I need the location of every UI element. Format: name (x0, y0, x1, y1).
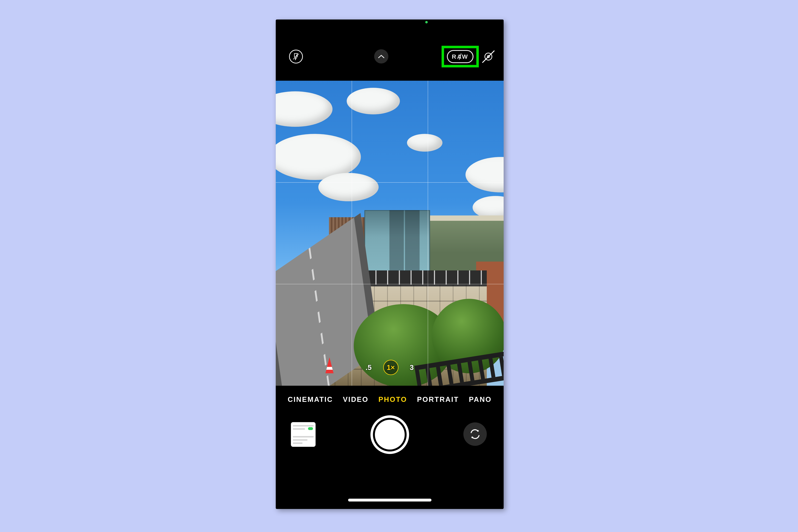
zoom-ultrawide-button[interactable]: .5 (365, 363, 372, 372)
last-photo-thumbnail-button[interactable] (291, 422, 316, 447)
switch-camera-button[interactable] (463, 422, 487, 446)
zoom-selector: .5 1× 3 (276, 360, 504, 375)
toggle-on-icon (308, 427, 313, 430)
zoom-wide-button[interactable]: 1× (383, 360, 398, 375)
mode-video[interactable]: VIDEO (343, 396, 368, 403)
camera-top-toolbar: RAW (276, 19, 504, 81)
mode-photo[interactable]: PHOTO (378, 396, 407, 403)
mode-portrait[interactable]: PORTRAIT (417, 396, 459, 403)
composition-grid-line (428, 81, 428, 386)
camera-settings-expand-button[interactable] (374, 49, 388, 63)
composition-grid-line (276, 182, 504, 183)
shutter-button[interactable] (370, 415, 409, 454)
viewfinder-scene (276, 81, 504, 386)
home-indicator[interactable] (348, 499, 432, 501)
composition-grid-line (276, 284, 504, 284)
raw-toggle-button[interactable]: RAW (447, 50, 474, 63)
flash-toggle-button[interactable] (289, 50, 303, 63)
capture-mode-selector[interactable]: CINEMATIC VIDEO PHOTO PORTRAIT PANO (276, 396, 504, 403)
camera-viewfinder[interactable]: .5 1× 3 (276, 81, 504, 386)
iphone-camera-app: RAW .5 1× (276, 19, 504, 509)
mode-pano[interactable]: PANO (469, 396, 492, 403)
composition-grid-line (352, 81, 352, 386)
chevron-up-icon (378, 54, 384, 58)
disabled-slash-icon (482, 50, 495, 63)
raw-toggle-highlight: RAW (441, 46, 479, 68)
camera-flip-icon (469, 428, 481, 440)
flash-off-icon (292, 53, 300, 60)
mode-cinematic[interactable]: CINEMATIC (288, 396, 333, 403)
shutter-inner-icon (375, 420, 405, 450)
zoom-tele-button[interactable]: 3 (410, 363, 414, 372)
live-photo-toggle-button[interactable] (481, 50, 495, 63)
